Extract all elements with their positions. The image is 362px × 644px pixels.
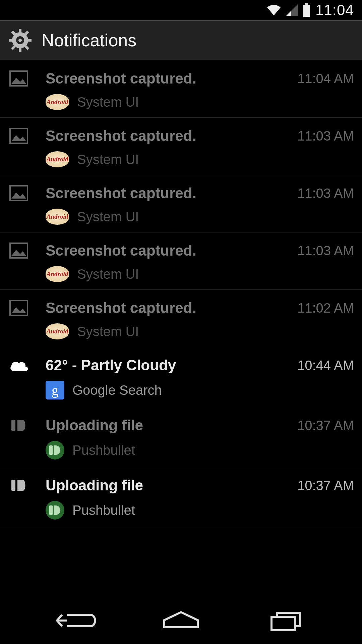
notification-title: Screenshot captured. — [46, 70, 289, 87]
pushbullet-icon — [8, 415, 29, 436]
notification-row[interactable]: Uploading file10:37 AMPushbullet — [0, 407, 362, 467]
page-title: Notifications — [42, 30, 136, 50]
notification-source: System UI — [77, 267, 139, 282]
notification-row[interactable]: Uploading file10:37 AMPushbullet — [0, 467, 362, 527]
notification-source: System UI — [77, 152, 139, 167]
notification-row[interactable]: Screenshot captured.11:03 AMSystem UI — [0, 232, 362, 290]
picture-icon — [8, 182, 29, 204]
header: Notifications — [0, 20, 362, 60]
pushbullet-app-icon — [46, 441, 64, 460]
navigation-bar — [0, 597, 362, 644]
pushbullet-app-icon — [46, 501, 64, 520]
notification-source: Pushbullet — [72, 503, 135, 518]
notification-source-wrap: System UI — [46, 323, 354, 339]
svg-rect-6 — [27, 39, 32, 42]
notification-time: 10:44 AM — [297, 358, 354, 373]
picture-icon — [8, 125, 29, 147]
svg-rect-18 — [11, 420, 15, 431]
notification-row[interactable]: Screenshot captured.11:02 AMSystem UI — [0, 290, 362, 347]
notification-row[interactable]: Screenshot captured.11:03 AMSystem UI — [0, 118, 362, 175]
notification-title: 62° - Partly Cloudy — [46, 357, 289, 374]
notification-title: Uploading file — [46, 477, 289, 494]
notification-source: System UI — [77, 209, 139, 224]
notification-source: System UI — [77, 324, 139, 339]
notification-time: 11:02 AM — [297, 301, 354, 316]
notification-title: Uploading file — [46, 417, 289, 434]
notification-time: 11:03 AM — [297, 243, 354, 258]
svg-rect-19 — [11, 480, 15, 491]
notification-source-wrap: gGoogle Search — [46, 381, 354, 399]
notification-time: 11:03 AM — [297, 128, 354, 144]
notification-source-wrap: System UI — [46, 209, 354, 225]
svg-point-12 — [18, 39, 22, 42]
cloud-icon — [8, 355, 29, 376]
svg-rect-0 — [305, 3, 308, 5]
picture-icon — [8, 68, 29, 89]
gear-icon — [8, 28, 32, 52]
notification-title: Screenshot captured. — [46, 127, 289, 144]
notification-source: Pushbullet — [72, 443, 135, 458]
notification-source-wrap: System UI — [46, 266, 354, 282]
android-app-icon — [46, 266, 69, 282]
svg-rect-4 — [19, 47, 21, 52]
notification-source-wrap: Pushbullet — [46, 441, 354, 460]
notification-row[interactable]: 62° - Partly Cloudy10:44 AMgGoogle Searc… — [0, 347, 362, 407]
picture-icon — [8, 297, 29, 319]
google-app-icon: g — [46, 381, 64, 399]
wifi-icon — [266, 4, 281, 16]
notification-time: 11:03 AM — [297, 186, 354, 201]
notification-list: Screenshot captured.11:04 AMSystem UIScr… — [0, 60, 362, 527]
notification-title: Screenshot captured. — [46, 185, 289, 202]
android-app-icon — [46, 94, 69, 110]
svg-rect-1 — [303, 5, 310, 17]
notification-source: System UI — [77, 95, 139, 110]
status-bar: 11:04 — [0, 0, 362, 20]
notification-source-wrap: Pushbullet — [46, 501, 354, 520]
status-time: 11:04 — [315, 2, 354, 18]
svg-rect-3 — [19, 29, 21, 34]
notification-time: 10:37 AM — [297, 418, 354, 433]
back-button[interactable] — [45, 607, 106, 634]
android-app-icon — [46, 151, 69, 167]
battery-icon — [303, 3, 311, 17]
notification-row[interactable]: Screenshot captured.11:03 AMSystem UI — [0, 175, 362, 232]
android-app-icon — [46, 323, 69, 339]
notification-source-wrap: System UI — [46, 151, 354, 167]
android-app-icon — [46, 209, 69, 225]
svg-rect-5 — [9, 39, 13, 42]
recent-apps-button[interactable] — [256, 607, 317, 634]
svg-rect-20 — [272, 617, 295, 630]
picture-icon — [8, 240, 29, 261]
home-button[interactable] — [151, 607, 211, 634]
notification-time: 10:37 AM — [297, 478, 354, 493]
notification-row[interactable]: Screenshot captured.11:04 AMSystem UI — [0, 60, 362, 118]
cell-signal-icon — [286, 4, 298, 16]
notification-source: Google Search — [72, 383, 162, 398]
notification-time: 11:04 AM — [297, 71, 354, 86]
notification-source-wrap: System UI — [46, 94, 354, 110]
notification-title: Screenshot captured. — [46, 300, 289, 316]
notification-title: Screenshot captured. — [46, 242, 289, 259]
pushbullet-icon — [8, 475, 29, 496]
